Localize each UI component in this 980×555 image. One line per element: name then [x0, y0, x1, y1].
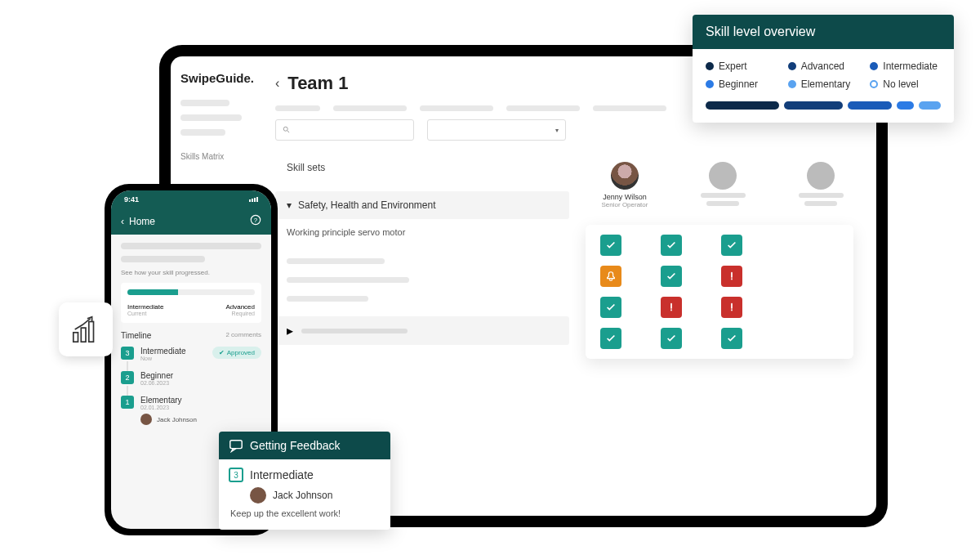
skillsets-label: Skill sets — [287, 162, 569, 173]
legend-item-intermediate: Intermediate — [870, 60, 941, 72]
person-role: Senior Operator — [602, 201, 648, 208]
search-icon — [283, 126, 291, 134]
bar-trend-icon — [70, 314, 101, 345]
person-column-placeholder[interactable] — [788, 162, 853, 208]
legend-item-beginner: Beginner — [706, 78, 777, 90]
status-check-icon[interactable] — [661, 266, 682, 287]
filter-dropdown[interactable]: ▾ — [427, 119, 566, 141]
status-check-icon[interactable] — [600, 297, 621, 318]
skill-row-placeholder[interactable] — [287, 258, 385, 264]
avatar — [250, 487, 266, 504]
search-input[interactable] — [275, 119, 414, 141]
chat-icon — [229, 438, 243, 453]
timeline-item[interactable]: 3 Intermediate Now Approved — [121, 347, 261, 361]
sidebar-section-label: Skills Matrix — [180, 152, 257, 161]
current-label: Current — [127, 311, 163, 316]
status-check-icon[interactable] — [661, 328, 682, 349]
avatar — [140, 414, 152, 425]
level-badge: 3 — [121, 347, 134, 360]
app-logo: SwipeGuide. — [180, 71, 257, 85]
required-level: Advanced — [225, 303, 255, 311]
overview-title: Skill level overview — [693, 15, 954, 49]
svg-rect-4 — [74, 333, 78, 342]
progress-card[interactable]: Intermediate Current Advanced Required — [121, 283, 261, 323]
skill-row-placeholder[interactable] — [287, 296, 368, 302]
person-column[interactable]: Jenny Wilson Senior Operator — [592, 162, 657, 208]
skill-group-header[interactable]: ▾ Safety, Health and Environment — [275, 191, 569, 219]
skill-row-placeholder[interactable] — [287, 277, 409, 283]
skill-group-collapsed[interactable]: ▸ — [275, 316, 569, 345]
trend-icon-card[interactable] — [59, 302, 113, 356]
svg-rect-5 — [81, 328, 86, 342]
chevron-down-icon: ▾ — [287, 199, 292, 211]
feedback-person: Jack Johnson — [273, 490, 332, 501]
legend-item-expert: Expert — [706, 60, 777, 72]
comments-count[interactable]: 2 comments — [225, 331, 261, 340]
feedback-level: Intermediate — [250, 468, 314, 481]
signal-icon — [249, 197, 258, 202]
svg-rect-6 — [89, 322, 94, 342]
timeline-label: Timeline — [121, 331, 151, 340]
skill-level-overview-card: Skill level overview Expert Advanced Int… — [693, 15, 954, 123]
level-badge: 2 — [121, 371, 134, 384]
status-time: 9:41 — [124, 195, 139, 204]
overview-legend: Expert Advanced Intermediate Beginner El… — [706, 60, 941, 90]
legend-item-elementary: Elementary — [788, 78, 859, 90]
feedback-message: Keep up the excellent work! — [230, 508, 381, 518]
skill-group-title: Safety, Health and Environment — [298, 199, 436, 211]
status-check-icon[interactable] — [721, 235, 742, 256]
back-icon[interactable]: ‹ — [121, 216, 124, 227]
sidebar-item-placeholder[interactable] — [180, 114, 242, 121]
svg-point-0 — [283, 127, 287, 131]
svg-text:?: ? — [254, 217, 258, 224]
person-column-placeholder[interactable] — [690, 162, 755, 208]
svg-line-1 — [287, 131, 290, 133]
status-alert-icon[interactable] — [721, 297, 742, 318]
avatar-placeholder — [807, 162, 835, 190]
sidebar-item-placeholder[interactable] — [180, 129, 225, 136]
avatar-placeholder — [709, 162, 737, 190]
status-alert-icon[interactable] — [661, 297, 682, 318]
required-label: Required — [225, 311, 255, 316]
legend-item-advanced: Advanced — [788, 60, 859, 72]
current-level: Intermediate — [127, 303, 163, 311]
avatar — [611, 162, 639, 190]
legend-item-nolevel: No level — [870, 78, 941, 90]
status-badge: Approved — [212, 347, 261, 359]
phone-statusbar: 9:41 — [111, 190, 271, 208]
chevron-right-icon: ▸ — [287, 323, 293, 338]
timeline-item[interactable]: 2 Beginner 02.06.2023 — [121, 371, 261, 386]
person-name: Jenny Wilson — [603, 193, 647, 201]
level-badge: 3 — [229, 468, 243, 482]
overview-distribution-bar — [706, 101, 941, 110]
placeholder-line — [121, 243, 261, 249]
progress-hint: See how your skill progressed. — [121, 269, 261, 276]
placeholder-line — [121, 256, 205, 262]
skill-row[interactable]: Working principle servo motor — [275, 219, 569, 245]
feedback-card: Getting Feedback 3 Intermediate Jack Joh… — [219, 432, 390, 530]
timeline-person: Jack Johnson — [140, 414, 261, 425]
timeline-item[interactable]: 1 Elementary 02.01.2023 — [121, 396, 261, 410]
feedback-title: Getting Feedback — [250, 439, 341, 452]
nav-title: Home — [129, 216, 155, 227]
page-title: Team 1 — [287, 73, 348, 94]
help-icon[interactable]: ? — [250, 214, 261, 229]
sidebar-item-placeholder[interactable] — [180, 100, 229, 106]
chevron-down-icon: ▾ — [555, 127, 559, 134]
status-alert-icon[interactable] — [721, 266, 742, 287]
status-check-icon[interactable] — [600, 328, 621, 349]
status-check-icon[interactable] — [721, 328, 742, 349]
level-badge: 1 — [121, 396, 134, 409]
skill-status-grid — [586, 225, 853, 359]
status-check-icon[interactable] — [600, 235, 621, 256]
status-bell-icon[interactable] — [600, 266, 621, 287]
progress-bar — [127, 289, 255, 295]
phone-navbar: ‹ Home ? — [111, 208, 271, 235]
svg-rect-7 — [230, 441, 242, 449]
back-button[interactable]: ‹ — [275, 76, 279, 91]
status-check-icon[interactable] — [661, 235, 682, 256]
